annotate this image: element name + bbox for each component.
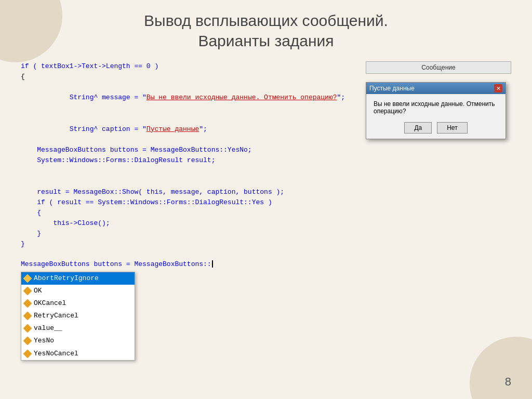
dialog-message-text: Вы не ввели исходные данные. Отменить оп… — [374, 100, 498, 115]
code-block: if ( textBox1->Text->Length == 0 ) { Str… — [21, 61, 355, 361]
code-line-2: { — [21, 72, 355, 82]
autocomplete-dropdown[interactable]: AbortRetryIgnore OK OKCancel RetryC — [21, 272, 135, 361]
autocomplete-item-2[interactable]: OKCancel — [21, 297, 135, 310]
diamond-icon-4 — [23, 324, 32, 333]
dialog-close-button[interactable]: ✕ — [494, 84, 502, 92]
code-line-10: if ( result == System::Windows::Forms::D… — [21, 197, 355, 208]
autocomplete-item-3[interactable]: RetryCancel — [21, 310, 135, 322]
diamond-icon-5 — [23, 337, 32, 345]
autocomplete-item-0[interactable]: AbortRetryIgnore — [21, 272, 135, 285]
dialog-body: Вы не ввели исходные данные. Отменить оп… — [366, 94, 506, 139]
autocomplete-item-4[interactable]: value__ — [21, 322, 135, 335]
diamond-icon-3 — [23, 312, 32, 321]
bottom-code-line: MessageBoxButtons buttons = MessageBoxBu… — [21, 259, 213, 270]
page-number: 8 — [505, 375, 511, 389]
diamond-icon-6 — [23, 349, 32, 358]
dialog-yes-button[interactable]: Да — [404, 122, 432, 134]
dialog-no-button[interactable]: Нет — [437, 122, 467, 134]
code-line-13: } — [21, 229, 355, 239]
dialog-trigger-button[interactable]: Сообщение — [366, 61, 511, 74]
diamond-icon-0 — [23, 274, 32, 283]
diamond-icon-1 — [23, 286, 32, 295]
text-cursor — [212, 260, 213, 268]
slide-title: Вывод всплывающих сообщений. Варианты за… — [21, 10, 511, 51]
code-line-11: { — [21, 208, 355, 218]
code-line-7 — [21, 166, 355, 176]
dialog-titlebar: Пустые данные ✕ — [366, 83, 506, 94]
dialog-title-text: Пустые данные — [369, 85, 415, 92]
code-line-9: result = MessageBox::Show( this, message… — [21, 187, 355, 197]
code-line-4: String^ caption = "Пустые данные"; — [21, 114, 355, 145]
autocomplete-item-5[interactable]: YesNo — [21, 335, 135, 347]
dialog-buttons-row: Да Нет — [374, 122, 498, 134]
code-line-1: if ( textBox1->Text->Length == 0 ) — [21, 61, 355, 72]
diamond-icon-2 — [23, 299, 32, 308]
right-panel: Сообщение Пустые данные ✕ Вы не ввели ис… — [366, 61, 511, 361]
message-dialog: Пустые данные ✕ Вы не ввели исходные дан… — [366, 82, 506, 139]
autocomplete-item-1[interactable]: OK — [21, 285, 135, 297]
code-line-8 — [21, 177, 355, 187]
code-line-14: } — [21, 239, 355, 249]
code-line-6: System::Windows::Forms::DialogResult res… — [21, 155, 355, 166]
code-line-3: String^ message = "Вы не ввели исходные … — [21, 82, 355, 113]
autocomplete-item-6[interactable]: YesNoCancel — [21, 348, 135, 360]
bottom-area: MessageBoxButtons buttons = MessageBoxBu… — [21, 254, 355, 361]
code-line-5: MessageBoxButtons buttons = MessageBoxBu… — [21, 145, 355, 155]
code-line-12: this->Close(); — [21, 218, 355, 229]
